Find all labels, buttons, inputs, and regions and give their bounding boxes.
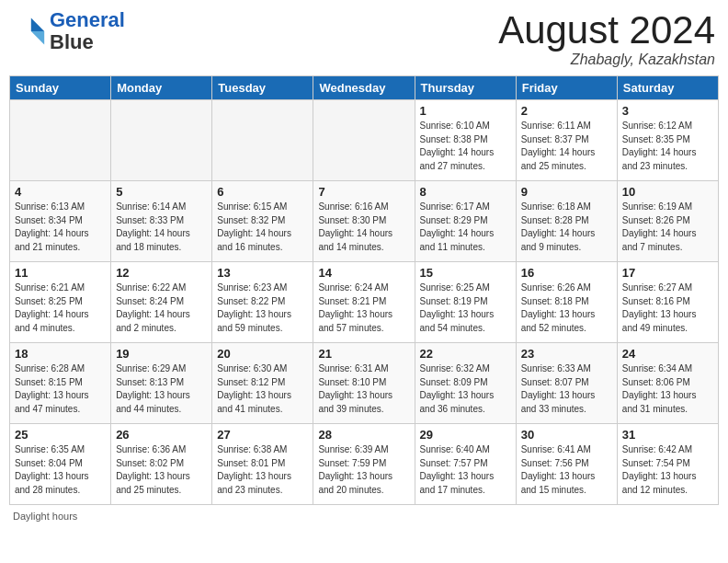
day-info: Sunrise: 6:12 AM Sunset: 8:35 PM Dayligh… [622,120,713,173]
calendar-cell: 22Sunrise: 6:32 AM Sunset: 8:09 PM Dayli… [415,343,516,424]
calendar-cell [111,100,212,181]
day-number: 6 [217,185,308,199]
calendar-day-header: Sunday [10,76,111,100]
day-number: 29 [420,428,511,442]
calendar-day-header: Thursday [415,76,516,100]
calendar-day-header: Saturday [617,76,718,100]
day-info: Sunrise: 6:34 AM Sunset: 8:06 PM Dayligh… [622,362,713,416]
day-info: Sunrise: 6:11 AM Sunset: 8:37 PM Dayligh… [521,120,612,173]
day-number: 22 [420,347,511,361]
calendar-cell: 21Sunrise: 6:31 AM Sunset: 8:10 PM Dayli… [313,343,415,424]
calendar-table: SundayMondayTuesdayWednesdayThursdayFrid… [9,75,719,505]
day-info: Sunrise: 6:13 AM Sunset: 8:34 PM Dayligh… [15,201,106,254]
day-number: 12 [116,266,207,280]
day-info: Sunrise: 6:10 AM Sunset: 8:38 PM Dayligh… [420,120,511,173]
day-info: Sunrise: 6:17 AM Sunset: 8:29 PM Dayligh… [420,201,511,254]
day-info: Sunrise: 6:26 AM Sunset: 8:18 PM Dayligh… [521,282,612,335]
day-number: 3 [622,104,713,118]
calendar-cell: 1Sunrise: 6:10 AM Sunset: 8:38 PM Daylig… [415,100,516,181]
calendar-cell: 9Sunrise: 6:18 AM Sunset: 8:28 PM Daylig… [516,181,617,262]
logo-text: General Blue [50,9,125,53]
calendar-cell: 29Sunrise: 6:40 AM Sunset: 7:57 PM Dayli… [415,424,516,505]
calendar-cell: 7Sunrise: 6:16 AM Sunset: 8:30 PM Daylig… [313,181,415,262]
calendar-cell: 24Sunrise: 6:34 AM Sunset: 8:06 PM Dayli… [617,343,718,424]
calendar-cell: 19Sunrise: 6:29 AM Sunset: 8:13 PM Dayli… [111,343,212,424]
calendar-cell: 4Sunrise: 6:13 AM Sunset: 8:34 PM Daylig… [10,181,111,262]
calendar-cell: 30Sunrise: 6:41 AM Sunset: 7:56 PM Dayli… [516,424,617,505]
svg-marker-0 [31,18,44,31]
day-info: Sunrise: 6:39 AM Sunset: 7:59 PM Dayligh… [318,443,409,497]
calendar-cell: 15Sunrise: 6:25 AM Sunset: 8:19 PM Dayli… [415,262,516,343]
calendar-cell: 12Sunrise: 6:22 AM Sunset: 8:24 PM Dayli… [111,262,212,343]
day-info: Sunrise: 6:25 AM Sunset: 8:19 PM Dayligh… [420,282,511,335]
day-info: Sunrise: 6:31 AM Sunset: 8:10 PM Dayligh… [318,362,409,416]
calendar-cell: 17Sunrise: 6:27 AM Sunset: 8:16 PM Dayli… [617,262,718,343]
day-number: 20 [217,347,308,361]
day-info: Sunrise: 6:36 AM Sunset: 8:02 PM Dayligh… [116,443,207,497]
logo: General Blue [13,9,125,53]
calendar-week-row: 4Sunrise: 6:13 AM Sunset: 8:34 PM Daylig… [10,181,719,262]
calendar-cell: 25Sunrise: 6:35 AM Sunset: 8:04 PM Dayli… [10,424,111,505]
day-info: Sunrise: 6:38 AM Sunset: 8:01 PM Dayligh… [217,443,308,497]
day-number: 30 [521,428,612,442]
calendar-header-row: SundayMondayTuesdayWednesdayThursdayFrid… [10,76,719,100]
day-info: Sunrise: 6:24 AM Sunset: 8:21 PM Dayligh… [318,282,409,335]
calendar-cell [313,100,415,181]
day-number: 14 [318,266,409,280]
day-number: 18 [15,347,106,361]
day-number: 21 [318,347,409,361]
calendar-cell: 2Sunrise: 6:11 AM Sunset: 8:37 PM Daylig… [516,100,617,181]
calendar-cell [10,100,111,181]
calendar-cell: 27Sunrise: 6:38 AM Sunset: 8:01 PM Dayli… [212,424,313,505]
day-info: Sunrise: 6:16 AM Sunset: 8:30 PM Dayligh… [318,201,409,254]
day-number: 27 [217,428,308,442]
calendar-day-header: Tuesday [212,76,313,100]
calendar-cell: 13Sunrise: 6:23 AM Sunset: 8:22 PM Dayli… [212,262,313,343]
calendar-day-header: Wednesday [313,76,415,100]
calendar-cell: 31Sunrise: 6:42 AM Sunset: 7:54 PM Dayli… [617,424,718,505]
day-number: 28 [318,428,409,442]
day-number: 9 [521,185,612,199]
calendar-subtitle: Zhabagly, Kazakhstan [498,52,715,68]
day-info: Sunrise: 6:29 AM Sunset: 8:13 PM Dayligh… [116,362,207,416]
day-info: Sunrise: 6:19 AM Sunset: 8:26 PM Dayligh… [622,201,713,254]
calendar-cell: 8Sunrise: 6:17 AM Sunset: 8:29 PM Daylig… [415,181,516,262]
day-number: 16 [521,266,612,280]
calendar-body: 1Sunrise: 6:10 AM Sunset: 8:38 PM Daylig… [10,100,719,505]
day-number: 5 [116,185,207,199]
page-header: General Blue August 2024 Zhabagly, Kazak… [9,9,719,68]
calendar-day-header: Friday [516,76,617,100]
svg-marker-1 [31,31,44,44]
day-info: Sunrise: 6:21 AM Sunset: 8:25 PM Dayligh… [15,282,106,335]
calendar-cell: 23Sunrise: 6:33 AM Sunset: 8:07 PM Dayli… [516,343,617,424]
day-number: 2 [521,104,612,118]
calendar-week-row: 18Sunrise: 6:28 AM Sunset: 8:15 PM Dayli… [10,343,719,424]
day-info: Sunrise: 6:14 AM Sunset: 8:33 PM Dayligh… [116,201,207,254]
day-number: 11 [15,266,106,280]
calendar-week-row: 11Sunrise: 6:21 AM Sunset: 8:25 PM Dayli… [10,262,719,343]
day-number: 31 [622,428,713,442]
day-info: Sunrise: 6:42 AM Sunset: 7:54 PM Dayligh… [622,443,713,497]
day-number: 10 [622,185,713,199]
day-number: 8 [420,185,511,199]
day-info: Sunrise: 6:23 AM Sunset: 8:22 PM Dayligh… [217,282,308,335]
calendar-cell: 18Sunrise: 6:28 AM Sunset: 8:15 PM Dayli… [10,343,111,424]
day-number: 26 [116,428,207,442]
day-number: 23 [521,347,612,361]
day-number: 13 [217,266,308,280]
calendar-cell: 10Sunrise: 6:19 AM Sunset: 8:26 PM Dayli… [617,181,718,262]
day-info: Sunrise: 6:40 AM Sunset: 7:57 PM Dayligh… [420,443,511,497]
calendar-cell: 14Sunrise: 6:24 AM Sunset: 8:21 PM Dayli… [313,262,415,343]
day-info: Sunrise: 6:41 AM Sunset: 7:56 PM Dayligh… [521,443,612,497]
calendar-cell: 6Sunrise: 6:15 AM Sunset: 8:32 PM Daylig… [212,181,313,262]
calendar-cell [212,100,313,181]
day-number: 19 [116,347,207,361]
day-number: 17 [622,266,713,280]
day-info: Sunrise: 6:22 AM Sunset: 8:24 PM Dayligh… [116,282,207,335]
calendar-cell: 11Sunrise: 6:21 AM Sunset: 8:25 PM Dayli… [10,262,111,343]
day-number: 24 [622,347,713,361]
calendar-week-row: 25Sunrise: 6:35 AM Sunset: 8:04 PM Dayli… [10,424,719,505]
day-number: 1 [420,104,511,118]
calendar-week-row: 1Sunrise: 6:10 AM Sunset: 8:38 PM Daylig… [10,100,719,181]
day-info: Sunrise: 6:35 AM Sunset: 8:04 PM Dayligh… [15,443,106,497]
